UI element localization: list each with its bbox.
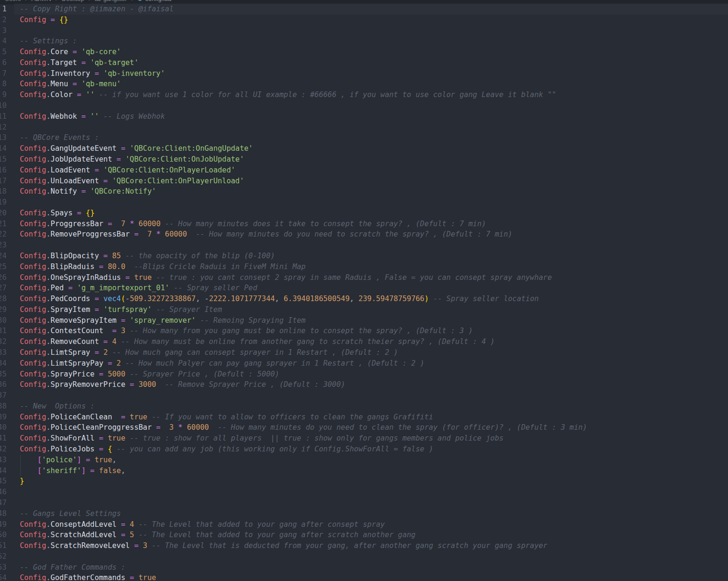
line-number[interactable]: 7 — [0, 68, 7, 79]
line-number[interactable]: 3 — [0, 25, 7, 36]
line-number[interactable]: 25 — [0, 262, 7, 272]
code-line-38[interactable]: 38-- New Options : — [0, 401, 728, 412]
code-area[interactable]: 1-- Copy Right : @iimazen - @ifaisal2Con… — [0, 4, 728, 581]
code-line-3[interactable]: 3 — [0, 25, 728, 36]
code-line-47[interactable]: 47 — [0, 498, 728, 508]
line-number[interactable]: 16 — [0, 165, 7, 176]
code-line-16[interactable]: 16Config.LoadEvent = 'QBCore:Client:OnPl… — [0, 165, 728, 176]
line-number[interactable]: 51 — [0, 540, 7, 551]
line-number[interactable]: 29 — [0, 304, 7, 315]
code-line-14[interactable]: 14Config.GangUpdateEvent = 'QBCore:Clien… — [0, 143, 728, 154]
line-number[interactable]: 39 — [0, 412, 7, 423]
code-line-53[interactable]: 53-- God Father Commands : — [0, 562, 728, 573]
line-number[interactable]: 17 — [0, 176, 7, 187]
code-line-54[interactable]: 54Config.GodFatherCommands = true — [0, 573, 728, 581]
breadcrumb-item-folder[interactable]: az-gangster — [95, 0, 127, 2]
line-number[interactable]: 52 — [0, 551, 7, 562]
code-line-52[interactable]: 52 — [0, 551, 728, 562]
line-number[interactable]: 35 — [0, 369, 7, 380]
line-number[interactable]: 40 — [0, 422, 7, 433]
line-number[interactable]: 42 — [0, 444, 7, 455]
code-line-28[interactable]: 28Config.PedCoords = vec4(-509.322723388… — [0, 294, 728, 304]
code-line-50[interactable]: 50Config.ScratchAddLevel = 5 -- The Leve… — [0, 530, 728, 540]
code-line-42[interactable]: 42Config.PoliceJobs = { -- you can add a… — [0, 444, 728, 455]
line-number[interactable]: 26 — [0, 272, 7, 283]
line-number[interactable]: 9 — [0, 90, 7, 100]
breadcrumb-item-desktop[interactable]: Desktop — [62, 0, 84, 2]
line-number[interactable]: 2 — [0, 15, 7, 25]
line-number[interactable]: 23 — [0, 240, 7, 251]
line-number[interactable]: 44 — [0, 466, 7, 476]
code-line-31[interactable]: 31Config.ContestCount = 3 -- How many fr… — [0, 326, 728, 336]
code-line-51[interactable]: 51Config.ScratchRemoveLevel = 3 -- The L… — [0, 540, 728, 551]
line-number[interactable]: 32 — [0, 336, 7, 347]
code-line-43[interactable]: 43 ['police'] = true, — [0, 455, 728, 466]
line-number[interactable]: 12 — [0, 122, 7, 133]
line-number[interactable]: 24 — [0, 251, 7, 262]
code-line-18[interactable]: 18Config.Notify = 'QBCore:Notify' — [0, 186, 728, 197]
line-number[interactable]: 33 — [0, 347, 7, 358]
code-line-48[interactable]: 48-- Gangs Level Settings — [0, 508, 728, 519]
code-line-49[interactable]: 49Config.ConseptAddLevel = 4 -- The Leve… — [0, 519, 728, 530]
line-number[interactable]: 53 — [0, 562, 7, 573]
breadcrumb-item-admin[interactable]: ADMIN — [32, 0, 51, 2]
code-line-7[interactable]: 7Config.Inventory = 'qb-inventory' — [0, 68, 728, 79]
code-line-26[interactable]: 26Config.OneSprayInRadius = true -- true… — [0, 272, 728, 283]
code-line-30[interactable]: 30Config.RemoveSprayItem = 'spray_remove… — [0, 315, 728, 326]
line-number[interactable]: 48 — [0, 508, 7, 519]
line-number[interactable]: 6 — [0, 57, 7, 68]
code-line-44[interactable]: 44 ['sheriff'] = false, — [0, 466, 728, 476]
code-line-29[interactable]: 29Config.SprayItem = 'turfspray' -- Spra… — [0, 304, 728, 315]
code-line-23[interactable]: 23 — [0, 240, 728, 251]
code-line-2[interactable]: 2Config = {} — [0, 15, 728, 25]
code-line-6[interactable]: 6Config.Target = 'qb-target' — [0, 57, 728, 68]
line-number[interactable]: 43 — [0, 455, 7, 466]
code-line-4[interactable]: 4-- Settings : — [0, 36, 728, 47]
line-number[interactable]: 21 — [0, 219, 7, 229]
code-line-40[interactable]: 40Config.PoliceCleanProggressBar = 3 * 6… — [0, 422, 728, 433]
line-number[interactable]: 18 — [0, 186, 7, 197]
code-line-8[interactable]: 8Config.Menu = 'qb-menu' — [0, 79, 728, 90]
line-number[interactable]: 5 — [0, 47, 7, 57]
code-line-34[interactable]: 34Config.LimtSprayPay = 2 -- How much Pa… — [0, 358, 728, 369]
code-line-12[interactable]: 12 — [0, 122, 728, 133]
line-number[interactable]: 54 — [0, 573, 7, 581]
code-line-27[interactable]: 27Config.Ped = 'g_m_importexport_01' -- … — [0, 283, 728, 294]
code-line-20[interactable]: 20Config.Spays = {} — [0, 208, 728, 219]
code-line-17[interactable]: 17Config.UnLoadEvent = 'QBCore:Client:On… — [0, 176, 728, 187]
code-line-1[interactable]: 1-- Copy Right : @iimazen - @ifaisal — [0, 4, 728, 15]
line-number[interactable]: 31 — [0, 326, 7, 336]
line-number[interactable]: 14 — [0, 143, 7, 154]
line-number[interactable]: 50 — [0, 530, 7, 540]
code-line-21[interactable]: 21Config.ProggressBar = 7 * 60000 -- How… — [0, 219, 728, 229]
line-number[interactable]: 41 — [0, 433, 7, 444]
line-number[interactable]: 8 — [0, 79, 7, 90]
code-line-32[interactable]: 32Config.RemoveCount = 4 -- How many mus… — [0, 336, 728, 347]
line-number[interactable]: 27 — [0, 283, 7, 294]
line-number[interactable]: 46 — [0, 487, 7, 498]
line-number[interactable]: 45 — [0, 476, 7, 487]
line-number[interactable]: 37 — [0, 390, 7, 401]
code-line-36[interactable]: 36Config.SprayRemoverPrice = 3000 -- Rem… — [0, 379, 728, 390]
code-line-33[interactable]: 33Config.LimtSpray = 2 -- How much gang … — [0, 347, 728, 358]
line-number[interactable]: 1 — [0, 4, 7, 15]
breadcrumb-item-users[interactable]: Users — [5, 0, 21, 2]
line-number[interactable]: 20 — [0, 208, 7, 219]
line-number[interactable]: 36 — [0, 379, 7, 390]
code-line-10[interactable]: 10 — [0, 100, 728, 111]
line-number[interactable]: 34 — [0, 358, 7, 369]
line-number[interactable]: 47 — [0, 498, 7, 508]
line-number[interactable]: 15 — [0, 154, 7, 165]
code-line-46[interactable]: 46 — [0, 487, 728, 498]
code-line-5[interactable]: 5Config.Core = 'qb-core' — [0, 47, 728, 57]
line-number[interactable]: 11 — [0, 111, 7, 122]
line-number[interactable]: 49 — [0, 519, 7, 530]
code-line-35[interactable]: 35Config.SprayPrice = 5000 -- Sprayer Pr… — [0, 369, 728, 380]
code-line-19[interactable]: 19 — [0, 197, 728, 208]
line-number[interactable]: 19 — [0, 197, 7, 208]
code-line-15[interactable]: 15Config.JobUpdateEvent = 'QBCore:Client… — [0, 154, 728, 165]
line-number[interactable]: 30 — [0, 315, 7, 326]
code-line-37[interactable]: 37 — [0, 390, 728, 401]
code-line-41[interactable]: 41Config.ShowForAll = true -- true : sho… — [0, 433, 728, 444]
code-line-11[interactable]: 11Config.Webhok = '' -- Logs Webhok — [0, 111, 728, 122]
